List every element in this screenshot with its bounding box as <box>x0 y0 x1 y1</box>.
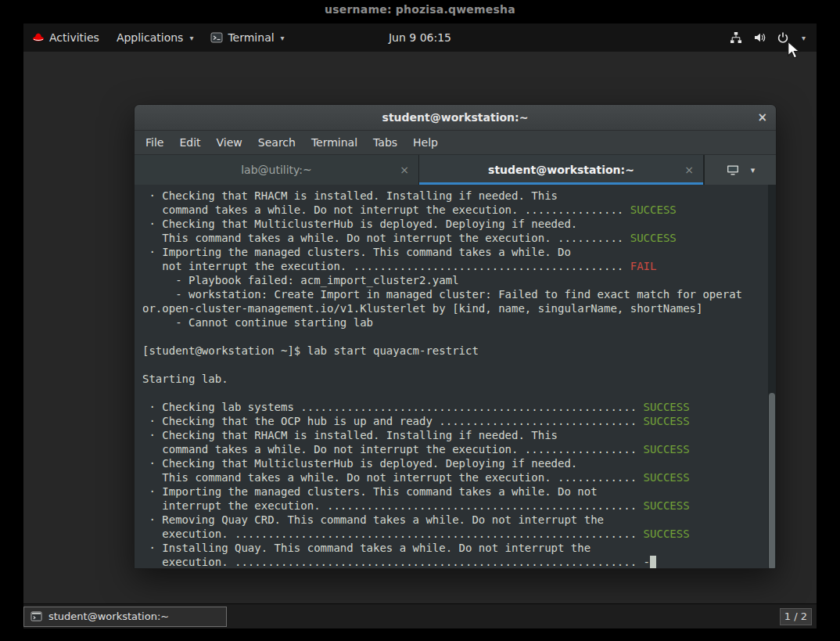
menu-tabs[interactable]: Tabs <box>365 132 405 153</box>
taskbar-window-button[interactable]: student@workstation:~ <box>23 607 227 627</box>
session-username-label: username: phozisa.qwemesha <box>0 3 840 16</box>
terminal-line: · Importing the managed clusters. This c… <box>142 484 768 499</box>
tab-bar: lab@utility:~×student@workstation:~× ▾ <box>135 155 776 185</box>
activities-label: Activities <box>49 31 99 44</box>
volume-icon[interactable] <box>753 31 766 44</box>
terminal-line: Starting lab. <box>142 372 768 386</box>
terminal-output: · Checking that RHACM is installed. Inst… <box>135 185 768 569</box>
chevron-down-icon[interactable]: ▾ <box>802 34 806 42</box>
terminal-line: execution. .............................… <box>142 527 768 541</box>
terminal-line: command takes a while. Do not interrupt … <box>142 442 768 456</box>
terminal-line: - Cannot continue starting lab <box>142 315 768 330</box>
terminal-line: not interrupt the execution. ...........… <box>142 259 768 273</box>
window-title: student@workstation:~ <box>382 111 529 124</box>
terminal-line: · Checking that MulticlusterHub is deplo… <box>142 456 768 470</box>
redhat-logo-icon <box>32 31 45 44</box>
menu-help[interactable]: Help <box>405 132 446 153</box>
terminal-line <box>142 330 768 344</box>
terminal-line <box>142 386 768 400</box>
terminal-menu-label: Terminal <box>228 31 274 44</box>
terminal-line: · Checking lab systems .................… <box>142 400 768 414</box>
terminal-app-menu[interactable]: Terminal ▾ <box>202 23 293 52</box>
chevron-down-icon: ▾ <box>281 34 285 42</box>
terminal-line: interrupt the execution. ...............… <box>142 499 768 513</box>
applications-label: Applications <box>117 31 184 44</box>
terminal-line: · Removing Quay CRD. This command takes … <box>142 513 768 527</box>
workspace-pager[interactable]: 1 / 2 <box>780 608 812 625</box>
menu-file[interactable]: File <box>138 132 171 153</box>
terminal-line: execution. .............................… <box>142 555 768 569</box>
terminal-line: - Playbook failed: acm_import_cluster2.y… <box>142 273 768 287</box>
window-close-button[interactable]: × <box>757 105 767 130</box>
taskbar-window-label: student@workstation:~ <box>48 610 169 622</box>
bottom-taskbar: student@workstation:~ 1 / 2 <box>23 603 817 628</box>
terminal-app-icon <box>31 610 43 623</box>
tab-list-caret-icon[interactable]: ▾ <box>751 165 756 175</box>
menu-search[interactable]: Search <box>250 132 303 153</box>
tab-controls: ▾ <box>704 155 776 185</box>
scrollbar-thumb[interactable] <box>769 393 775 569</box>
menu-bar: FileEditViewSearchTerminalTabsHelp <box>135 131 776 155</box>
menu-view[interactable]: View <box>209 132 250 153</box>
tab-active[interactable]: student@workstation:~× <box>419 155 704 185</box>
clock[interactable]: Jun 9 06:15 <box>380 31 460 44</box>
window-titlebar[interactable]: student@workstation:~ × <box>135 105 776 131</box>
desktop: Activities Applications ▾ Terminal ▾ Jun… <box>23 23 817 628</box>
terminal-viewport[interactable]: · Checking that RHACM is installed. Inst… <box>135 185 776 569</box>
terminal-line: [student@workstation ~]$ lab start quaya… <box>142 344 768 358</box>
menu-terminal[interactable]: Terminal <box>303 132 365 153</box>
terminal-app-icon <box>210 31 223 44</box>
terminal-line: · Importing the managed clusters. This c… <box>142 245 768 259</box>
gnome-top-bar: Activities Applications ▾ Terminal ▾ Jun… <box>23 23 817 52</box>
activities-button[interactable]: Activities <box>23 23 108 52</box>
open-terminal-icon[interactable] <box>726 164 740 176</box>
terminal-line: · Checking that the OCP hub is up and re… <box>142 414 768 428</box>
tab-label: lab@utility:~ <box>241 164 312 176</box>
terminal-line: - workstation: Create Import in managed … <box>142 287 768 301</box>
tab-close-icon[interactable]: × <box>400 164 409 176</box>
terminal-line: This command takes a while. Do not inter… <box>142 231 768 245</box>
terminal-line: · Checking that RHACM is installed. Inst… <box>142 189 768 203</box>
power-icon[interactable] <box>777 31 789 44</box>
terminal-scrollbar[interactable] <box>768 185 776 569</box>
system-status-area[interactable]: ▾ <box>730 23 817 52</box>
chevron-down-icon: ▾ <box>189 34 193 42</box>
applications-menu[interactable]: Applications ▾ <box>108 23 203 52</box>
terminal-line: or.open-cluster-management.io/v1.Kluster… <box>142 301 768 315</box>
terminal-line: · Checking that RHACM is installed. Inst… <box>142 428 768 442</box>
network-icon[interactable] <box>730 31 742 44</box>
terminal-line: · Installing Quay. This command takes a … <box>142 541 768 555</box>
tab-close-icon[interactable]: × <box>684 164 694 176</box>
terminal-line <box>142 358 768 372</box>
tab-label: student@workstation:~ <box>488 164 634 176</box>
terminal-line: · Checking that MulticlusterHub is deplo… <box>142 217 768 231</box>
remote-session-stage: username: phozisa.qwemesha Activities Ap… <box>0 0 840 641</box>
tab-inactive[interactable]: lab@utility:~× <box>135 155 419 185</box>
terminal-window: student@workstation:~ × FileEditViewSear… <box>134 104 777 569</box>
terminal-line: This command takes a while. Do not inter… <box>142 470 768 484</box>
terminal-line: command takes a while. Do not interrupt … <box>142 203 768 217</box>
menu-edit[interactable]: Edit <box>171 132 208 153</box>
